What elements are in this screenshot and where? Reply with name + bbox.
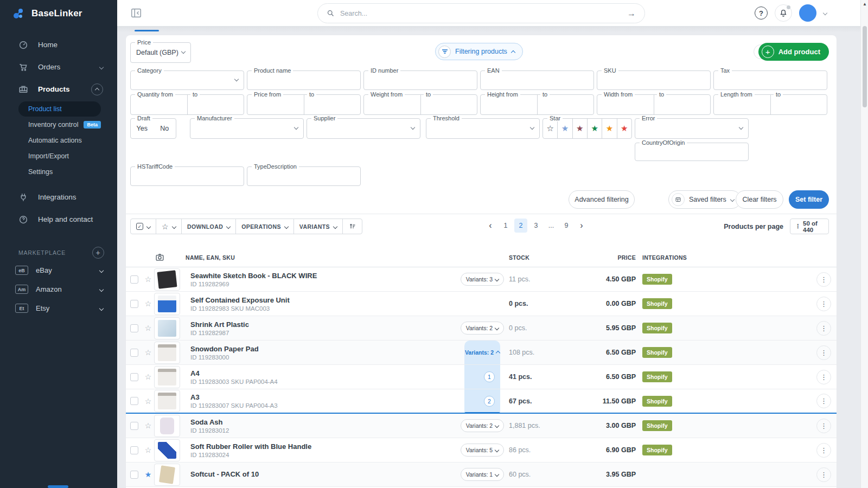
row-menu-button[interactable]: ⋮: [816, 297, 831, 311]
id-number-field[interactable]: ID number: [363, 70, 477, 90]
length-range-field[interactable]: Length fromto: [713, 94, 827, 115]
width-range-field[interactable]: Width fromto: [597, 94, 711, 115]
tax-field[interactable]: Tax: [713, 70, 827, 90]
variants-expanded-toggle[interactable]: Variants: 2: [464, 341, 500, 364]
variants-pill[interactable]: Variants: 5: [461, 444, 504, 457]
sidebar-item-ebay[interactable]: eB eBay: [0, 261, 117, 280]
product-thumbnail[interactable]: [154, 415, 180, 437]
variants-dropdown[interactable]: VARIANTS: [293, 219, 342, 234]
shopify-badge[interactable]: Shopify: [642, 274, 672, 285]
download-dropdown[interactable]: DOWNLOAD: [181, 219, 235, 234]
sidebar-item-import-export[interactable]: Import/Export: [0, 148, 117, 164]
manufacturer-select[interactable]: Manufacturer: [190, 118, 304, 139]
product-thumbnail[interactable]: [154, 268, 180, 291]
notifications-bell-icon[interactable]: [775, 4, 792, 22]
advanced-filtering-button[interactable]: Advanced filtering: [569, 190, 635, 209]
ean-field[interactable]: EAN: [480, 70, 594, 90]
favorite-star-icon[interactable]: ☆: [142, 446, 154, 454]
sidebar-item-etsy[interactable]: Et Etsy: [0, 299, 117, 318]
col-integrations[interactable]: INTEGRATIONS: [636, 254, 816, 261]
row-checkbox[interactable]: [130, 349, 138, 357]
shopify-badge[interactable]: Shopify: [642, 445, 672, 455]
shopify-badge[interactable]: Shopify: [642, 396, 672, 407]
sidebar-item-orders[interactable]: Orders: [0, 56, 117, 78]
product-name[interactable]: Shrink Art Plastic: [190, 320, 464, 329]
collapse-sidebar-icon[interactable]: [130, 7, 142, 19]
row-checkbox[interactable]: [130, 397, 138, 405]
page-2-active[interactable]: 2: [514, 219, 527, 233]
scroll-up-arrow-icon[interactable]: ▲: [863, 2, 867, 7]
shopify-badge[interactable]: Shopify: [642, 298, 672, 309]
quantity-range-field[interactable]: Quantity fromto: [130, 94, 244, 115]
col-stock[interactable]: STOCK: [500, 254, 582, 261]
page-scrollbar[interactable]: ▲: [860, 0, 868, 488]
favorite-star-icon[interactable]: ☆: [142, 373, 154, 381]
per-page-select[interactable]: ⋮ 50 of 440: [790, 219, 829, 234]
row-checkbox[interactable]: [130, 300, 138, 308]
hs-tariff-code-field[interactable]: HSTariffCode: [130, 166, 244, 186]
row-menu-button[interactable]: ⋮: [816, 467, 831, 482]
sidebar-item-automatic-actions[interactable]: Automatic actions: [0, 132, 117, 148]
search-input[interactable]: [340, 10, 627, 17]
price-range-field[interactable]: Price fromto: [247, 94, 361, 115]
product-thumbnail[interactable]: [154, 439, 180, 461]
prev-page-button[interactable]: ‹: [484, 219, 497, 233]
product-name-field[interactable]: Product name: [247, 70, 361, 90]
select-all-dropdown[interactable]: ✓: [131, 219, 156, 234]
favorite-star-icon[interactable]: ☆: [142, 348, 154, 357]
height-range-field[interactable]: Height fromto: [480, 94, 594, 115]
country-of-origin-field[interactable]: CountryOfOrigin: [635, 143, 749, 161]
category-select[interactable]: Category: [130, 70, 244, 90]
shopify-badge[interactable]: Shopify: [642, 323, 672, 333]
threshold-select[interactable]: Threshold: [426, 118, 540, 139]
shopify-badge[interactable]: Shopify: [642, 420, 672, 431]
sidebar-item-amazon[interactable]: Am Amazon: [0, 280, 117, 299]
favorite-star-icon[interactable]: ☆: [142, 397, 154, 406]
star-filter-dropdown[interactable]: ☆: [156, 219, 181, 234]
star-blue-icon[interactable]: ★: [557, 119, 572, 138]
sidebar-item-home[interactable]: Home: [0, 34, 117, 56]
error-select[interactable]: Error: [635, 118, 749, 139]
sidebar-item-product-list[interactable]: Product list: [18, 101, 101, 117]
draft-yes-button[interactable]: Yes: [131, 119, 154, 138]
star-orange-icon[interactable]: ★: [602, 119, 616, 138]
product-name[interactable]: A4: [190, 369, 464, 377]
row-checkbox[interactable]: [130, 324, 138, 332]
shopify-badge[interactable]: Shopify: [642, 347, 672, 358]
product-thumbnail[interactable]: [154, 464, 180, 486]
chevron-up-icon[interactable]: [91, 84, 103, 95]
avatar[interactable]: [799, 4, 816, 22]
favorite-star-icon[interactable]: ☆: [142, 299, 154, 308]
saved-filters-button[interactable]: Saved filters: [668, 190, 741, 209]
variants-pill[interactable]: Variants: 2: [461, 419, 504, 432]
product-name[interactable]: Self Contained Exposure Unit: [190, 296, 464, 304]
row-menu-button[interactable]: ⋮: [816, 345, 831, 360]
sidebar-item-integrations[interactable]: Integrations: [0, 186, 117, 208]
page-1[interactable]: 1: [499, 219, 512, 233]
row-menu-button[interactable]: ⋮: [816, 370, 831, 384]
shopify-badge[interactable]: Shopify: [642, 371, 672, 382]
supplier-select[interactable]: Supplier: [307, 118, 420, 139]
add-product-button[interactable]: + Add product: [758, 43, 829, 61]
product-name[interactable]: Snowdon Paper Pad: [190, 345, 464, 353]
search-submit-arrow-icon[interactable]: →: [627, 9, 636, 18]
variants-pill[interactable]: Variants: 3: [461, 273, 504, 286]
row-checkbox[interactable]: [130, 422, 138, 430]
next-page-button[interactable]: ›: [575, 219, 588, 233]
product-name[interactable]: Softcut - PACK of 10: [190, 470, 464, 478]
row-menu-button[interactable]: ⋮: [816, 394, 831, 408]
price-select[interactable]: Price Default (GBP): [130, 42, 191, 63]
star-outline-icon[interactable]: ☆: [543, 119, 557, 138]
account-chevron-icon[interactable]: [823, 11, 827, 15]
row-menu-button[interactable]: ⋮: [816, 321, 831, 336]
variants-pill[interactable]: Variants: 1: [461, 468, 504, 481]
row-checkbox[interactable]: [130, 275, 138, 284]
row-checkbox[interactable]: [130, 446, 138, 454]
row-menu-button[interactable]: ⋮: [816, 419, 831, 433]
operations-dropdown[interactable]: OPERATIONS: [235, 219, 293, 234]
page-3[interactable]: 3: [529, 219, 542, 233]
help-icon[interactable]: ?: [755, 7, 768, 20]
product-thumbnail[interactable]: [154, 366, 180, 388]
product-name[interactable]: Seawhite Sketch Book - BLACK WIRE: [190, 272, 464, 280]
col-price[interactable]: PRICE: [582, 254, 636, 261]
